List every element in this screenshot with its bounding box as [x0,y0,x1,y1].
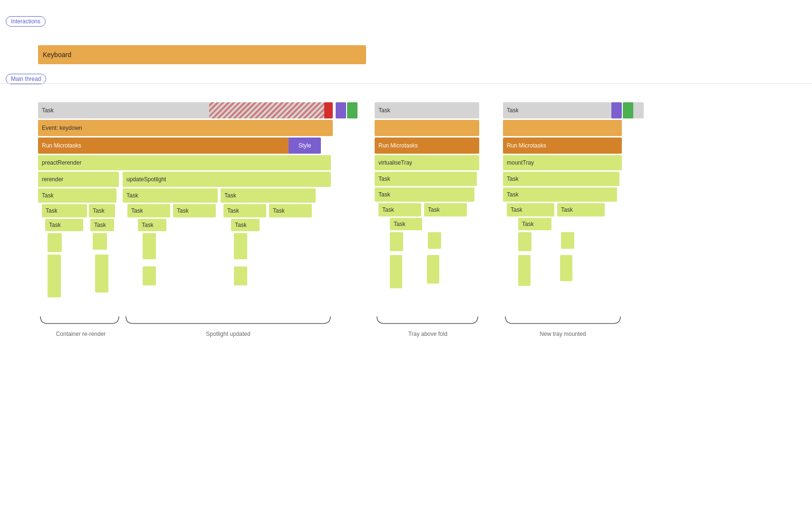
mini-mt-3 [518,255,531,286]
mini-leaf-2 [93,233,107,250]
task-vt-2-label: Task [378,191,390,198]
task-label-2: Task [378,107,390,114]
mini-leaf-4 [95,255,108,293]
mount-tray-label: mountTray [507,159,534,166]
task-mt-1: Task [503,172,619,186]
hatch-end [324,102,333,118]
task-block-1: Task [38,102,333,118]
rerender-label: rerender [42,176,63,183]
event-keydown-block: Event: keydown [38,120,333,136]
bracket-container-rerender [38,314,121,328]
mini-mt-1 [518,232,532,251]
event-label: Event: keydown [42,125,82,131]
task-sub-update-1-label: Task [126,192,138,199]
task-level3-6: Task [269,204,312,217]
task-vt-l3-2-label: Task [428,206,440,213]
virtualise-tray-label: virtualiseTray [378,159,412,166]
task-l4-1-label: Task [49,222,61,228]
microtask-block-1: Run Microtasks [38,137,304,154]
task-vt-l4-label: Task [394,221,406,227]
separator-line [0,83,812,84]
task-l4-1: Task [45,219,83,231]
task-label-3: Task [507,107,519,114]
task-mt-l4: Task [518,218,551,230]
task-vt-2: Task [375,187,474,202]
keyboard-bar: Keyboard [38,45,366,64]
mini-leaf-6 [143,266,156,285]
rerender-block: rerender [38,172,119,187]
mini-leaf-5 [143,233,156,259]
mini-vt-3 [390,255,402,288]
task-mt-1-label: Task [507,176,519,182]
mini-vt-4 [427,255,439,284]
event-block-3 [503,120,622,136]
mini-leaf-1 [48,233,62,252]
task-block-2: Task [375,102,479,118]
bracket-spotlight-updated [124,314,333,328]
microtask-label-3: Run Microtasks [507,142,546,149]
task-vt-l3-1-label: Task [382,206,394,213]
mini-vt-2 [428,232,441,249]
interactions-badge[interactable]: Interactions [6,16,46,27]
preact-label: preactRerender [42,159,81,166]
mini-mt-2 [561,232,574,249]
keyboard-label: Keyboard [43,51,71,59]
virtualise-tray-block: virtualiseTray [375,155,479,170]
microtask-label-2: Run Microtasks [378,142,418,149]
task-level3-5: Task [223,204,266,217]
microtask-label-1: Run Microtasks [42,142,81,149]
mini-leaf-3 [48,255,61,297]
task-mt-2-label: Task [507,191,519,198]
task-l3-2-label: Task [93,207,105,214]
style-label: Style [299,142,311,149]
task-level3-1: Task [42,204,87,217]
task-vt-1-label: Task [378,176,390,182]
mainthread-label[interactable]: Main thread [6,74,46,84]
task-sub-rerender: Task [38,188,116,203]
task-l4-3: Task [138,219,166,231]
small-green-1 [347,102,358,118]
container-rerender-label: Container re-render [33,331,128,337]
task-l4-4-label: Task [235,222,247,228]
task-level3-3: Task [127,204,170,217]
task-mt-l3-1: Task [507,203,554,216]
small-green-2 [623,102,633,118]
task-l4-3-label: Task [142,222,154,228]
small-purple-1 [336,102,346,118]
new-tray-mounted-label: New tray mounted [503,331,623,337]
mount-tray-block: mountTray [503,155,622,170]
task-mt-l3-2: Task [557,203,605,216]
mini-leaf-7 [234,233,247,259]
mainthread-badge[interactable]: Main thread [6,74,46,84]
tray-above-fold-label: Tray above fold [376,331,480,337]
bracket-tray-above-fold [375,314,480,328]
task-mt-l4-label: Task [522,221,534,227]
update-spotlight-block: updateSpotlight [123,172,331,187]
spotlight-updated-label: Spotlight updated [143,331,314,337]
task-l3-6-label: Task [273,207,285,214]
style-block: Style [289,137,321,154]
interactions-label[interactable]: Interactions [6,16,46,27]
mini-vt-1 [390,232,403,251]
task-vt-l4: Task [390,218,422,230]
task-level3-4: Task [173,204,216,217]
task-l4-2: Task [90,219,114,231]
task-sub-update-2: Task [221,188,316,203]
task-l4-2-label: Task [94,222,106,228]
mini-mt-4 [560,255,572,281]
task-level3-2: Task [89,204,115,217]
task-sub-rerender-label: Task [42,192,54,199]
task-mt-l3-1-label: Task [511,206,522,213]
task-l3-3-label: Task [131,207,143,214]
task-vt-l3-1: Task [378,203,421,216]
task-vt-1: Task [375,172,477,186]
update-label: updateSpotlight [126,176,166,183]
task-l4-4: Task [231,219,260,231]
task-l3-5-label: Task [227,207,239,214]
event-block-2 [375,120,479,136]
small-purple-2 [611,102,622,118]
task-vt-l3-2: Task [424,203,467,216]
task-block-3: Task [503,102,622,118]
task-l3-4-label: Task [177,207,189,214]
task-mt-l3-2-label: Task [561,206,573,213]
